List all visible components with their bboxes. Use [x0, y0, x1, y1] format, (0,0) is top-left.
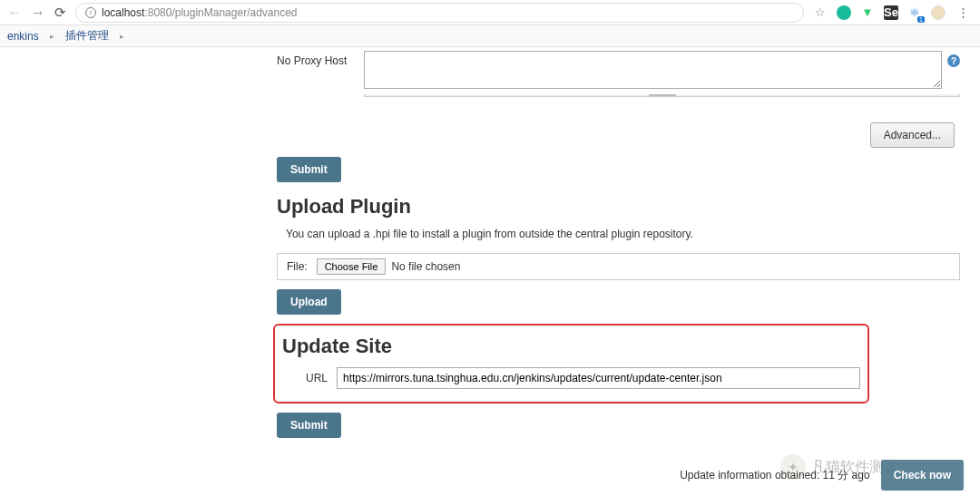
- chevron-right-icon: ▸: [120, 32, 124, 41]
- react-devtools-icon[interactable]: ⚛: [907, 5, 922, 20]
- no-proxy-host-row: No Proxy Host ?: [277, 51, 960, 89]
- update-site-highlight-box: Update Site URL: [273, 324, 869, 404]
- breadcrumb-plugin-manager[interactable]: 插件管理: [65, 28, 109, 44]
- url-label: URL: [282, 372, 337, 384]
- address-bar[interactable]: i localhost:8080/pluginManager/advanced: [75, 3, 804, 23]
- file-label: File:: [283, 260, 308, 273]
- check-now-button[interactable]: Check now: [881, 460, 964, 491]
- chevron-right-icon: ▸: [50, 32, 54, 41]
- update-site-submit-button[interactable]: Submit: [277, 413, 341, 438]
- choose-file-button[interactable]: Choose File: [317, 258, 387, 275]
- url-row: URL: [282, 367, 860, 389]
- extension-icons: ☆ ▼ Se ⚛ ⋮: [813, 5, 973, 20]
- upload-button[interactable]: Upload: [277, 289, 341, 315]
- advanced-button[interactable]: Advanced...: [870, 122, 955, 148]
- update-site-submit-row: Submit: [277, 413, 960, 438]
- site-info-icon[interactable]: i: [85, 7, 96, 18]
- no-file-chosen-text: No file chosen: [391, 260, 460, 273]
- extension-teal-icon[interactable]: [837, 5, 851, 20]
- no-proxy-host-label: No Proxy Host: [277, 51, 364, 67]
- proxy-submit-row: Submit: [277, 157, 960, 182]
- file-row: File: Choose File No file chosen: [277, 253, 960, 280]
- advanced-button-row: Advanced...: [277, 122, 960, 148]
- browser-menu-icon[interactable]: ⋮: [955, 5, 969, 20]
- browser-toolbar: ← → ⟳ i localhost:8080/pluginManager/adv…: [0, 0, 980, 25]
- breadcrumb: enkins ▸ 插件管理 ▸: [0, 25, 980, 47]
- url-path: :8080/pluginManager/advanced: [144, 6, 297, 19]
- adblock-shield-icon[interactable]: ▼: [860, 5, 875, 20]
- update-site-heading: Update Site: [282, 335, 860, 358]
- proxy-submit-button[interactable]: Submit: [277, 157, 341, 182]
- update-info-text: Update information obtained: 11 分 ago: [680, 468, 869, 483]
- url-text: localhost:8080/pluginManager/advanced: [102, 6, 298, 19]
- no-proxy-host-textarea[interactable]: [364, 51, 942, 89]
- page-content: No Proxy Host ? Advanced... Submit Uploa…: [0, 47, 980, 438]
- textarea-resize-handle[interactable]: [364, 94, 960, 97]
- profile-avatar-icon[interactable]: [931, 5, 946, 20]
- upload-plugin-description: You can upload a .hpi file to install a …: [286, 228, 960, 240]
- bookmark-star-icon[interactable]: ☆: [813, 5, 828, 20]
- selenium-extension-icon[interactable]: Se: [884, 5, 898, 20]
- breadcrumb-jenkins[interactable]: enkins: [7, 30, 39, 43]
- help-icon[interactable]: ?: [947, 54, 960, 67]
- back-icon[interactable]: ←: [7, 5, 22, 21]
- footer: Update information obtained: 11 分 ago Ch…: [680, 460, 964, 491]
- reload-icon[interactable]: ⟳: [54, 5, 66, 21]
- url-host: localhost: [102, 6, 144, 19]
- upload-plugin-heading: Upload Plugin: [277, 195, 960, 219]
- upload-button-row: Upload: [277, 289, 960, 315]
- update-site-url-input[interactable]: [337, 367, 860, 389]
- forward-icon[interactable]: →: [31, 5, 45, 21]
